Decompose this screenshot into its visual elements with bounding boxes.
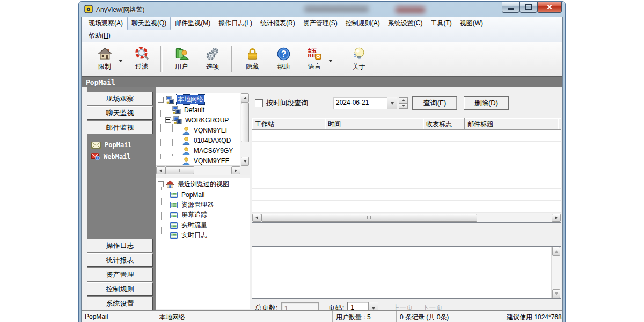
- scroll-thumb[interactable]: [261, 214, 477, 222]
- menu-item-mail-monitor[interactable]: 邮件监视(M): [171, 17, 214, 30]
- date-picker[interactable]: 2024-06-21: [333, 97, 397, 109]
- minimize-icon: [508, 8, 514, 10]
- scroll-right-arrow[interactable]: [552, 214, 561, 222]
- next-page-link[interactable]: 下一页: [422, 303, 443, 310]
- collapse-icon[interactable]: [158, 181, 164, 187]
- restrict-dropdown-arrow[interactable]: [119, 60, 123, 64]
- menu-item-chat-monitor[interactable]: 聊天监视(Q): [127, 17, 171, 30]
- network-icon: [173, 116, 182, 125]
- scroll-thumb[interactable]: [241, 103, 249, 142]
- toolbar-button-language[interactable]: 语言: [299, 46, 336, 72]
- view-icon: [170, 211, 178, 219]
- tree-item-view-resource-manager[interactable]: 资源管理器: [156, 200, 250, 210]
- sidebar-item-webmail[interactable]: WebMail: [87, 151, 156, 163]
- mail-preview-box[interactable]: [252, 246, 561, 299]
- collapse-icon[interactable]: [158, 97, 164, 103]
- column-header-direction[interactable]: 收发标志: [423, 118, 465, 129]
- toolbar-button-users[interactable]: 用户: [166, 46, 197, 72]
- scroll-left-arrow[interactable]: [156, 166, 165, 174]
- column-header-workstation[interactable]: 工作站: [252, 118, 325, 129]
- tree-item-default[interactable]: Default: [156, 105, 240, 115]
- page-number-select[interactable]: 1: [347, 302, 378, 310]
- tree-item-local-network[interactable]: 本地网络: [156, 94, 240, 105]
- sidebar-item-scene-watch[interactable]: 现场观察: [87, 92, 153, 105]
- total-pages-input[interactable]: 1: [281, 302, 319, 310]
- menu-item-help[interactable]: 帮助(H): [85, 30, 114, 42]
- toolbar-button-restrict[interactable]: 限制: [89, 46, 126, 72]
- tree-item-recent-views[interactable]: 最近浏览过的视图: [156, 179, 250, 189]
- time-range-checkbox[interactable]: [255, 99, 263, 107]
- tree-item-computer[interactable]: MACS6Y9GY: [156, 145, 240, 156]
- tree-horizontal-scrollbar[interactable]: [156, 165, 240, 175]
- close-button[interactable]: [537, 2, 562, 13]
- sidebar-item-system-settings[interactable]: 系统设置: [87, 297, 153, 310]
- table-horizontal-scrollbar[interactable]: [252, 213, 561, 222]
- toolbar-button-filter[interactable]: 过滤: [126, 46, 157, 72]
- menu-item-asset-management[interactable]: 资产管理(S): [299, 17, 341, 30]
- time-range-label: 按时间段查询: [266, 98, 308, 108]
- menu-item-operation-log[interactable]: 操作日志(L): [215, 17, 256, 30]
- query-button[interactable]: 查询(F): [412, 96, 457, 110]
- scroll-down-arrow[interactable]: [241, 157, 249, 166]
- sidebar: 现场观察 聊天监视 邮件监视 PopMail WebMail: [87, 87, 156, 310]
- preview-vertical-scrollbar[interactable]: [551, 247, 561, 298]
- tree-item-workgroup[interactable]: WORKGROUP: [156, 115, 240, 125]
- scroll-up-arrow[interactable]: [552, 247, 560, 256]
- sidebar-mail-group: PopMail WebMail: [87, 139, 156, 163]
- sidebar-item-mail-monitor[interactable]: 邮件监视: [87, 121, 153, 134]
- sidebar-item-statistics[interactable]: 统计报表: [87, 253, 153, 267]
- menu-item-scene-watch[interactable]: 现场观察(A): [85, 17, 127, 30]
- collapse-icon[interactable]: [165, 117, 171, 123]
- tree-item-view-realtime-log[interactable]: 实时日志: [156, 230, 250, 240]
- spinner-down-button[interactable]: [399, 104, 408, 109]
- scroll-right-arrow[interactable]: [231, 166, 240, 174]
- view-icon: [170, 191, 178, 199]
- menu-item-view[interactable]: 视图(W): [456, 17, 487, 30]
- sidebar-item-asset-management[interactable]: 资产管理: [87, 268, 153, 281]
- date-dropdown-button[interactable]: [387, 97, 397, 109]
- page-dropdown-button[interactable]: [368, 302, 378, 310]
- spinner-up-button[interactable]: [399, 97, 408, 104]
- glass-smudge: [304, 6, 369, 12]
- sidebar-item-popmail[interactable]: PopMail: [87, 139, 156, 151]
- toolbar-button-about[interactable]: 关于: [343, 46, 375, 72]
- user-icon: [182, 147, 191, 155]
- menu-item-statistics[interactable]: 统计报表(R): [257, 17, 299, 30]
- scroll-thumb[interactable]: [165, 166, 194, 174]
- menu-item-system-settings[interactable]: 系统设置(C): [384, 17, 427, 30]
- tree-item-view-screen-tracking[interactable]: 屏幕追踪: [156, 210, 250, 220]
- language-dropdown-arrow[interactable]: [328, 60, 333, 64]
- toolbar-button-hide[interactable]: 隐藏: [237, 46, 268, 72]
- scroll-down-arrow[interactable]: [552, 289, 560, 298]
- prev-page-link[interactable]: 上一页: [392, 303, 413, 310]
- tree-item-computer[interactable]: VQNM9YEF: [156, 156, 240, 166]
- column-header-subject[interactable]: 邮件标题: [465, 118, 558, 129]
- home-icon: [166, 180, 174, 189]
- menu-row-1: 现场观察(A) 聊天监视(Q) 邮件监视(M) 操作日志(L) 统计报表(R) …: [85, 17, 559, 30]
- network-icon: [172, 106, 181, 114]
- tree-item-view-realtime-traffic[interactable]: 实时流量: [156, 220, 250, 230]
- toolbar-button-options[interactable]: 选项: [197, 46, 228, 72]
- tree-item-computer[interactable]: VQNM9YEF: [156, 125, 240, 135]
- toolbar-button-help[interactable]: 帮助: [268, 46, 299, 72]
- sidebar-item-control-rules[interactable]: 控制规则: [87, 282, 153, 296]
- minimize-button[interactable]: [502, 2, 519, 13]
- sidebar-item-operation-log[interactable]: 操作日志: [87, 239, 153, 252]
- delete-button[interactable]: 删除(D): [464, 96, 509, 110]
- scroll-up-arrow[interactable]: [241, 93, 249, 103]
- views-tree: 最近浏览过的视图 PopMail 资源管理器 屏幕追踪: [156, 178, 250, 309]
- tree-item-computer[interactable]: 0104DAXQD: [156, 135, 240, 145]
- column-header-time[interactable]: 时间: [325, 118, 423, 129]
- view-icon: [170, 222, 178, 229]
- column-header-size[interactable]: 大小(KB): [558, 118, 561, 129]
- sidebar-item-chat-monitor[interactable]: 聊天监视: [87, 106, 153, 120]
- tree-vertical-scrollbar[interactable]: [240, 93, 250, 166]
- tree-item-view-popmail[interactable]: PopMail: [156, 189, 250, 200]
- scroll-left-arrow[interactable]: [252, 214, 261, 222]
- maximize-button[interactable]: [519, 2, 537, 13]
- total-pages-label: 总页数:: [255, 303, 278, 310]
- users-icon: [174, 47, 189, 61]
- toolbar-grip[interactable]: [84, 46, 86, 72]
- menu-item-control-rules[interactable]: 控制规则(A): [342, 17, 384, 30]
- menu-item-tools[interactable]: 工具(T): [427, 17, 455, 30]
